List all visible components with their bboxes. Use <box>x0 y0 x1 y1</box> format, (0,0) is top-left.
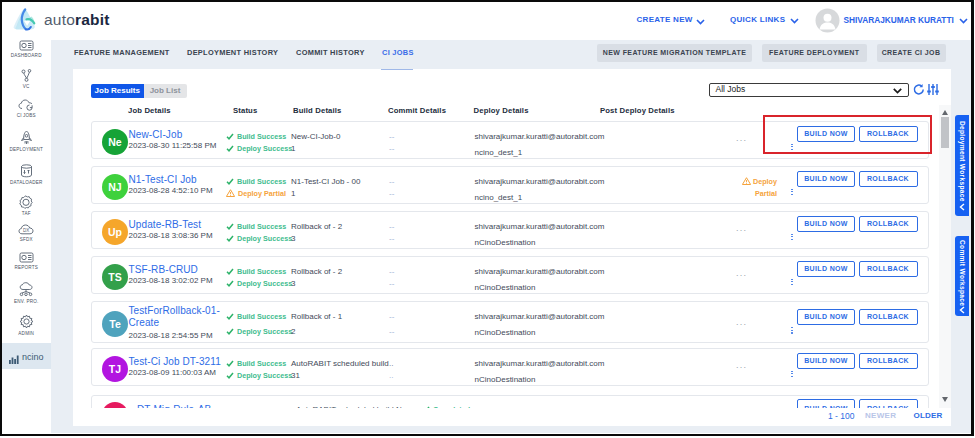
svg-text:DX: DX <box>23 228 29 233</box>
